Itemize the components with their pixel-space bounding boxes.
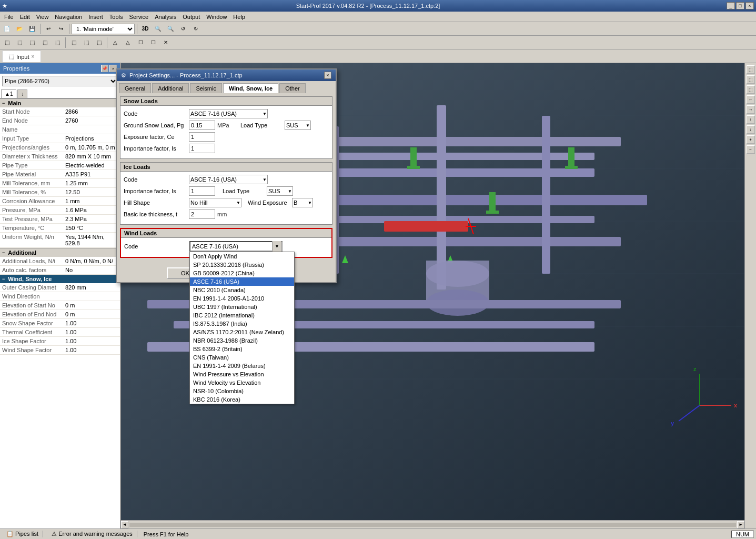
wind-code-dropdown-container: ▼ Don't Apply Wind SP 20.13330.2016 (Rus… bbox=[189, 241, 283, 252]
ice-load-type-wrapper: SUS ▼ bbox=[267, 186, 293, 196]
wind-opt-asce[interactable]: ASCE 7-16 (USA) bbox=[190, 277, 294, 286]
ice-code-select[interactable]: ASCE 7-16 (USA) bbox=[189, 175, 268, 184]
snow-ground-unit: MPa bbox=[217, 122, 233, 128]
snow-load-type-label: Load Type bbox=[240, 122, 283, 128]
snow-ground-input[interactable] bbox=[189, 121, 215, 130]
snow-loads-body: Code ASCE 7-16 (USA) ▼ Ground Snow Load,… bbox=[120, 106, 332, 158]
ice-code-label: Code bbox=[124, 176, 187, 183]
wind-code-dropdown-btn[interactable]: ▼ bbox=[272, 241, 281, 252]
wind-opt-india[interactable]: IS.875.3.1987 (India) bbox=[190, 320, 294, 328]
snow-exposure-row: Exposure factor, Ce bbox=[124, 132, 329, 142]
dialog-content: Snow Loads Code ASCE 7-16 (USA) ▼ Ground… bbox=[117, 93, 336, 264]
wind-code-label: Code bbox=[124, 243, 187, 249]
wind-code-input-wrapper: ▼ bbox=[189, 241, 283, 252]
dialog-close-button[interactable]: × bbox=[324, 72, 331, 79]
ice-basic-label: Basic ice thickness, t bbox=[124, 211, 187, 217]
wind-code-dropdown-list: Don't Apply Wind SP 20.13330.2016 (Russi… bbox=[189, 252, 295, 404]
ice-hill-row: Hill Shape No Hill ▼ Wind Exposure B bbox=[124, 198, 329, 207]
snow-load-type-select[interactable]: SUS bbox=[285, 121, 311, 130]
ice-hill-select-wrapper: No Hill ▼ bbox=[189, 198, 241, 207]
ice-hill-label: Hill Shape bbox=[124, 199, 187, 206]
wind-opt-velocity-elev[interactable]: Wind Velocity vs Elevation bbox=[190, 378, 294, 387]
snow-loads-section: Snow Loads Code ASCE 7-16 (USA) ▼ Ground… bbox=[120, 96, 332, 159]
snow-exposure-label: Exposure factor, Ce bbox=[124, 134, 187, 140]
tab-additional[interactable]: Additional bbox=[152, 83, 189, 93]
snow-importance-row: Importance factor, Is bbox=[124, 144, 329, 153]
wind-opt-russia[interactable]: SP 20.13330.2016 (Russia) bbox=[190, 261, 294, 269]
wind-opt-dont-apply[interactable]: Don't Apply Wind bbox=[190, 252, 294, 261]
ice-code-select-wrapper: ASCE 7-16 (USA) ▼ bbox=[189, 175, 268, 184]
tab-wind-snow-ice[interactable]: Wind, Snow, Ice bbox=[223, 83, 278, 93]
snow-importance-label: Importance factor, Is bbox=[124, 145, 187, 152]
wind-opt-brazil[interactable]: NBR 06123-1988 (Brazil) bbox=[190, 336, 294, 345]
tab-seismic[interactable]: Seismic bbox=[190, 83, 222, 93]
wind-opt-taiwan[interactable]: CNS (Taiwan) bbox=[190, 353, 294, 362]
ice-code-row: Code ASCE 7-16 (USA) ▼ bbox=[124, 175, 329, 184]
wind-loads-header: Wind Loads bbox=[121, 229, 331, 238]
dialog-title-text-label: Project Settings... - Process_11.12.17_1… bbox=[129, 72, 243, 78]
ice-wind-exposure-label: Wind Exposure bbox=[248, 199, 290, 206]
wind-opt-colombia[interactable]: NSR-10 (Colombia) bbox=[190, 387, 294, 395]
ice-load-type-label: Load Type bbox=[223, 188, 265, 194]
ice-importance-row: Importance factor, Is Load Type SUS ▼ bbox=[124, 186, 329, 196]
ice-basic-row: Basic ice thickness, t mm bbox=[124, 209, 329, 219]
snow-code-select[interactable]: ASCE 7-16 (USA) bbox=[189, 109, 268, 118]
wind-loads-section: Wind Loads Code ▼ Don't Apply Wind bbox=[120, 228, 332, 258]
ice-loads-body: Code ASCE 7-16 (USA) ▼ Importance factor… bbox=[120, 172, 332, 224]
snow-code-row: Code ASCE 7-16 (USA) ▼ bbox=[124, 109, 329, 118]
ice-basic-unit: mm bbox=[217, 211, 233, 217]
ice-wind-exposure-wrapper: B ▼ bbox=[292, 198, 313, 207]
wind-opt-nz[interactable]: AS/NZS 1170.2:2011 (New Zeland) bbox=[190, 328, 294, 336]
ice-basic-input[interactable] bbox=[189, 209, 215, 219]
snow-code-select-wrapper: ASCE 7-16 (USA) ▼ bbox=[189, 109, 268, 118]
wind-code-row: Code ▼ Don't Apply Wind SP 20.13330.2016… bbox=[124, 241, 328, 252]
tab-other[interactable]: Other bbox=[279, 83, 306, 93]
dialog-title-content: ⚙ Project Settings... - Process_11.12.17… bbox=[121, 72, 243, 79]
snow-loads-header: Snow Loads bbox=[120, 97, 332, 106]
ice-importance-input[interactable] bbox=[189, 186, 215, 196]
wind-opt-britain[interactable]: BS 6399-2 (Britain) bbox=[190, 345, 294, 353]
snow-ground-label: Ground Snow Load, Pg bbox=[124, 122, 187, 128]
wind-loads-body: Code ▼ Don't Apply Wind SP 20.13330.2016… bbox=[121, 238, 331, 257]
wind-opt-china[interactable]: GB 50009-2012 (China) bbox=[190, 269, 294, 277]
dialog-title-bar: ⚙ Project Settings... - Process_11.12.17… bbox=[117, 69, 336, 81]
ice-loads-section: Ice Loads Code ASCE 7-16 (USA) ▼ Importa… bbox=[120, 162, 332, 225]
dialog-tabs: General Additional Seismic Wind, Snow, I… bbox=[117, 81, 336, 93]
snow-code-label: Code bbox=[124, 111, 187, 117]
project-settings-dialog: ⚙ Project Settings... - Process_11.12.17… bbox=[116, 68, 337, 283]
ice-wind-exposure-select[interactable]: B bbox=[292, 198, 313, 207]
snow-ground-row: Ground Snow Load, Pg MPa Load Type SUS ▼ bbox=[124, 121, 329, 130]
snow-importance-input[interactable] bbox=[189, 144, 215, 153]
wind-opt-canada[interactable]: NBC 2010 (Canada) bbox=[190, 286, 294, 294]
ice-loads-header: Ice Loads bbox=[120, 163, 332, 172]
ice-hill-select[interactable]: No Hill bbox=[189, 198, 241, 207]
wind-opt-en2005[interactable]: EN 1991-1-4 2005-A1-2010 bbox=[190, 294, 294, 303]
wind-opt-pressure-elev[interactable]: Wind Pressure vs Elevation bbox=[190, 370, 294, 378]
modal-overlay: ⚙ Project Settings... - Process_11.12.17… bbox=[0, 0, 756, 539]
ice-load-type-select[interactable]: SUS bbox=[267, 186, 293, 196]
wind-code-input[interactable] bbox=[190, 242, 272, 251]
wind-opt-ubc[interactable]: UBC 1997 (International) bbox=[190, 303, 294, 311]
snow-load-type-wrapper: SUS ▼ bbox=[285, 121, 311, 130]
dialog-icon: ⚙ bbox=[121, 72, 126, 79]
wind-opt-ibc[interactable]: IBC 2012 (International) bbox=[190, 311, 294, 320]
wind-opt-belarus[interactable]: EN 1991-1-4 2009 (Belarus) bbox=[190, 362, 294, 370]
tab-general[interactable]: General bbox=[119, 83, 151, 93]
snow-exposure-input[interactable] bbox=[189, 132, 215, 142]
wind-opt-korea[interactable]: KBC 2016 (Korea) bbox=[190, 395, 294, 404]
ice-importance-label: Importance factor, Is bbox=[124, 188, 187, 194]
